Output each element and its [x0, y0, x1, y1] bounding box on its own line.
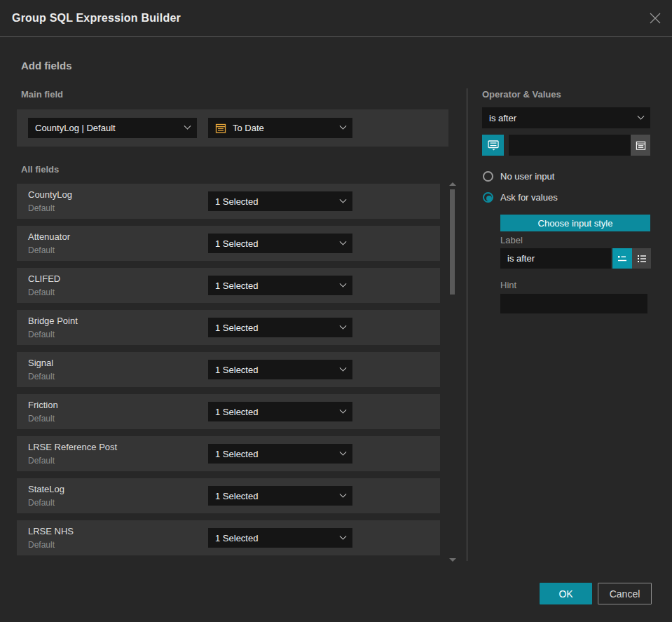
all-fields-list: CountyLogDefault1 SelectedAttenuatorDefa… [17, 184, 440, 562]
scrollbar-thumb[interactable] [450, 189, 455, 295]
chevron-down-icon [340, 280, 347, 287]
hint-input[interactable] [500, 294, 647, 313]
add-fields-heading: Add fields [21, 60, 72, 72]
field-values-dropdown-value: 1 Selected [215, 196, 341, 207]
field-subtitle: Default [28, 245, 55, 255]
field-name: CLIFED [28, 273, 60, 284]
calendar-icon [215, 123, 226, 134]
field-name: Attenuator [28, 231, 70, 242]
cancel-button[interactable]: Cancel [598, 583, 652, 604]
title-bar: Group SQL Expression Builder [0, 0, 672, 36]
field-values-dropdown-value: 1 Selected [215, 238, 341, 249]
list-input-button[interactable] [632, 248, 651, 269]
field-name: CountyLog [28, 189, 72, 200]
field-row: LRSE Reference PostDefault1 Selected [17, 436, 440, 471]
title-separator [0, 36, 672, 37]
chevron-down-icon [340, 448, 347, 455]
chevron-down-icon [638, 112, 645, 119]
field-values-dropdown[interactable]: 1 Selected [208, 402, 352, 421]
field-row: Bridge PointDefault1 Selected [17, 310, 440, 345]
field-values-dropdown-value: 1 Selected [215, 491, 341, 501]
chevron-down-icon [340, 322, 347, 329]
field-subtitle: Default [28, 456, 55, 466]
operator-dropdown-value: is after [489, 113, 638, 123]
field-values-dropdown[interactable]: 1 Selected [208, 360, 352, 379]
scroll-up-arrow-icon[interactable] [449, 182, 456, 186]
field-values-dropdown-value: 1 Selected [215, 323, 341, 333]
field-subtitle: Default [28, 414, 55, 424]
radio-circle-checked-icon [483, 192, 493, 203]
field-row: CLIFEDDefault1 Selected [17, 268, 440, 303]
date-picker-button[interactable] [631, 135, 650, 156]
field-row: SignalDefault1 Selected [17, 352, 440, 387]
chevron-down-icon [340, 364, 347, 371]
field-values-dropdown[interactable]: 1 Selected [208, 318, 352, 337]
field-values-dropdown[interactable]: 1 Selected [208, 234, 352, 253]
field-values-dropdown-value: 1 Selected [215, 533, 341, 543]
field-subtitle: Default [28, 372, 55, 381]
radio-no-user-input-label: No user input [500, 171, 554, 182]
panel-divider [467, 88, 467, 561]
field-subtitle: Default [28, 498, 55, 508]
field-values-dropdown[interactable]: 1 Selected [208, 276, 352, 295]
choose-input-style-button[interactable]: Choose input style [500, 215, 650, 231]
field-subtitle: Default [28, 540, 55, 550]
all-fields-label: All fields [21, 164, 59, 175]
chevron-down-icon [340, 238, 347, 245]
field-values-dropdown[interactable]: 1 Selected [208, 486, 352, 506]
field-row: CountyLogDefault1 Selected [17, 184, 440, 219]
chevron-down-icon [340, 196, 347, 203]
field-values-dropdown[interactable]: 1 Selected [208, 528, 352, 548]
scrollbar[interactable] [448, 180, 458, 564]
field-values-dropdown[interactable]: 1 Selected [208, 444, 352, 464]
operator-dropdown[interactable]: is after [482, 107, 650, 128]
main-field-panel: CountyLog | Default To Date [17, 109, 448, 147]
label-caption: Label [500, 235, 523, 245]
ok-button[interactable]: OK [540, 583, 592, 604]
field-name: Signal [28, 358, 53, 368]
main-field-dropdown-value: CountyLog | Default [35, 123, 185, 133]
field-row: StateLogDefault1 Selected [17, 478, 440, 513]
date-value-field [509, 135, 650, 156]
field-subtitle: Default [28, 288, 55, 297]
field-values-dropdown-value: 1 Selected [215, 449, 341, 459]
single-line-input-button[interactable] [612, 248, 632, 269]
hint-caption: Hint [500, 280, 516, 290]
field-row: AttenuatorDefault1 Selected [17, 226, 440, 261]
field-values-dropdown-value: 1 Selected [215, 407, 341, 417]
field-row: LRSE NHSDefault1 Selected [17, 520, 440, 555]
field-name: StateLog [28, 484, 64, 494]
date-value-input[interactable] [509, 135, 650, 156]
radio-no-user-input[interactable]: No user input [483, 171, 554, 182]
field-row: FrictionDefault1 Selected [17, 394, 440, 429]
radio-circle-icon [483, 171, 493, 182]
field-values-dropdown[interactable]: 1 Selected [208, 191, 352, 211]
scroll-down-arrow-icon[interactable] [449, 558, 456, 562]
close-icon[interactable] [648, 11, 662, 25]
chevron-down-icon [184, 123, 191, 130]
chevron-down-icon [340, 123, 347, 130]
label-input[interactable] [500, 248, 611, 269]
field-name: LRSE NHS [28, 526, 74, 536]
chevron-down-icon [340, 490, 347, 497]
main-field-dropdown[interactable]: CountyLog | Default [28, 118, 197, 138]
field-values-dropdown-value: 1 Selected [215, 280, 341, 291]
dialog-title: Group SQL Expression Builder [12, 0, 181, 36]
field-subtitle: Default [28, 203, 55, 213]
bullet-list-icon [636, 254, 647, 264]
field-name: Bridge Point [28, 316, 78, 326]
align-left-icon [617, 254, 628, 264]
main-field-label: Main field [21, 89, 63, 100]
field-name: Friction [28, 400, 58, 410]
date-type-dropdown-value: To Date [233, 123, 341, 133]
radio-ask-for-values-label: Ask for values [500, 192, 558, 203]
set-from-field-button[interactable] [482, 135, 504, 156]
field-subtitle: Default [28, 330, 55, 339]
chevron-down-icon [340, 406, 347, 413]
field-values-dropdown-value: 1 Selected [215, 365, 341, 375]
radio-ask-for-values[interactable]: Ask for values [483, 192, 558, 203]
date-type-dropdown[interactable]: To Date [208, 118, 352, 138]
field-list-icon [487, 140, 500, 151]
operator-values-heading: Operator & Values [482, 89, 561, 100]
chevron-down-icon [340, 532, 347, 539]
